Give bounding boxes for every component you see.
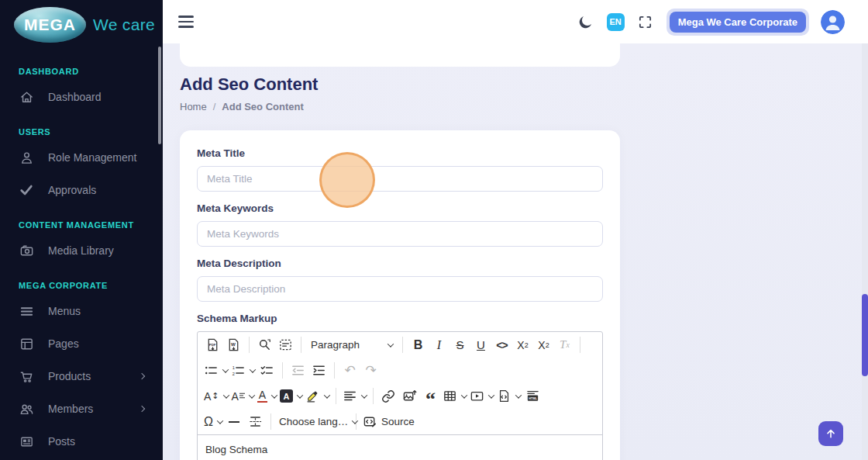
code-block-icon: [497, 389, 512, 403]
page-scrollbar-thumb[interactable]: [862, 294, 868, 376]
link-button[interactable]: [378, 386, 399, 406]
sidebar: MEGA We care DASHBOARD Dashboard USERS: [0, 0, 163, 460]
editor-paragraph: Blog Schema: [205, 444, 594, 455]
section-title-content-management: CONTENT MANAGEMENT: [0, 214, 163, 234]
logo-tagline: We care: [93, 16, 155, 34]
page-break-button[interactable]: [245, 411, 266, 432]
sidebar-item-posts[interactable]: Posts: [0, 425, 163, 458]
sidebar-item-menus[interactable]: Menus: [0, 295, 163, 327]
remove-format-button[interactable]: Tx: [554, 334, 575, 355]
export-word-icon: W: [226, 337, 241, 352]
underline-button[interactable]: U: [470, 334, 491, 355]
chevron-down-icon: [352, 417, 358, 424]
image-upload-icon: [402, 389, 417, 403]
language-dropdown[interactable]: Choose lang…: [276, 411, 351, 432]
sidebar-item-media-library[interactable]: Media Library: [0, 234, 163, 267]
schema-markup-label: Schema Markup: [197, 313, 603, 324]
paragraph-dropdown[interactable]: Paragraph: [306, 334, 398, 355]
user-avatar[interactable]: [821, 10, 845, 34]
main-area: EN Mega We Care Corporate Add Seo Conten…: [163, 0, 868, 460]
code-button[interactable]: <>: [491, 334, 512, 355]
code-block-button[interactable]: [495, 386, 522, 406]
chevron-down-icon: [388, 341, 394, 347]
todo-list-button[interactable]: [257, 360, 277, 381]
block-quote-button[interactable]: “: [420, 386, 441, 406]
sidebar-scrollbar-thumb[interactable]: [158, 47, 161, 144]
indent-button[interactable]: [308, 360, 329, 381]
numbered-list-button[interactable]: 12: [229, 360, 257, 381]
sidebar-item-members[interactable]: Members: [0, 393, 163, 425]
fullscreen-button[interactable]: [636, 12, 655, 31]
meta-description-input[interactable]: [197, 276, 603, 302]
bulleted-list-button[interactable]: [202, 360, 229, 381]
chevron-down-icon: [361, 392, 367, 398]
editor-toolbar-row-1: PDF W Paragr: [198, 332, 602, 358]
workspace-button[interactable]: Mega We Care Corporate: [670, 12, 806, 33]
font-color-button[interactable]: A: [256, 386, 278, 406]
font-background-button[interactable]: A: [278, 386, 304, 406]
sidebar-toggle-button[interactable]: [178, 16, 194, 28]
editor-toolbar-row-4: Ω Choose lang…: [198, 409, 602, 434]
highlight-button[interactable]: [304, 386, 331, 406]
source-button[interactable]: Source: [361, 411, 416, 432]
sidebar-item-pages[interactable]: Pages: [0, 327, 163, 360]
insert-image-button[interactable]: [399, 386, 420, 406]
page-scrollbar-track[interactable]: [862, 43, 868, 460]
breadcrumb-separator: /: [213, 101, 216, 112]
superscript-button[interactable]: X2: [533, 334, 554, 355]
meta-keywords-input[interactable]: [197, 221, 603, 247]
bold-button[interactable]: B: [408, 334, 429, 355]
select-all-button[interactable]: [275, 334, 296, 355]
dark-mode-toggle[interactable]: [577, 12, 595, 31]
export-pdf-icon: PDF: [205, 337, 220, 352]
brand-logo[interactable]: MEGA We care: [0, 0, 163, 50]
highlight-pen-icon: [305, 389, 320, 403]
svg-text:1: 1: [232, 365, 235, 370]
outdent-button[interactable]: [288, 360, 308, 381]
sidebar-item-role-management[interactable]: Role Management: [0, 141, 163, 174]
font-family-lines-icon: [239, 393, 245, 399]
font-family-button[interactable]: A: [230, 386, 256, 406]
content-area: Add Seo Content Home / Add Seo Content M…: [163, 43, 868, 460]
horizontal-line-button[interactable]: [224, 411, 245, 432]
find-replace-button[interactable]: [254, 334, 275, 355]
redo-button[interactable]: ↷: [360, 360, 381, 381]
strikethrough-button[interactable]: S: [450, 334, 470, 355]
language-badge[interactable]: EN: [607, 13, 625, 31]
rich-text-editor: PDF W Paragr: [197, 331, 603, 460]
special-characters-button[interactable]: Ω: [202, 411, 224, 432]
posts-icon: [19, 434, 34, 449]
html-embed-button[interactable]: HTML: [522, 386, 543, 406]
sidebar-item-dashboard[interactable]: Dashboard: [0, 81, 163, 113]
mega-logo-oval: MEGA: [14, 7, 86, 43]
undo-button[interactable]: ↶: [339, 360, 360, 381]
editor-content[interactable]: Blog Schema: [198, 434, 602, 460]
export-pdf-button[interactable]: PDF: [202, 334, 223, 355]
select-all-icon: [278, 337, 293, 352]
italic-button[interactable]: I: [429, 334, 450, 355]
media-embed-button[interactable]: [468, 386, 495, 406]
sidebar-item-approvals[interactable]: Approvals: [0, 174, 163, 206]
source-button-label: Source: [381, 416, 415, 427]
numbered-list-icon: 12: [231, 363, 246, 378]
sidebar-item-label: Posts: [48, 435, 144, 448]
editor-toolbar-row-2: 12 ↶: [198, 358, 602, 383]
chevron-down-icon: [217, 417, 223, 424]
sidebar-item-products[interactable]: Products: [0, 360, 163, 393]
insert-table-button[interactable]: [441, 386, 468, 406]
breadcrumb-home-link[interactable]: Home: [180, 101, 207, 112]
scroll-to-top-button[interactable]: [818, 421, 843, 446]
export-word-button[interactable]: W: [223, 334, 244, 355]
meta-description-label: Meta Description: [197, 258, 603, 269]
sidebar-item-label: Pages: [48, 337, 144, 350]
subscript-button[interactable]: X2: [512, 334, 533, 355]
seo-form-card: Meta Title Meta Keywords Meta Descriptio…: [180, 130, 620, 460]
person-icon: [821, 10, 845, 34]
outdent-icon: [291, 363, 305, 378]
scrolled-card-bottom: [180, 43, 620, 67]
alignment-button[interactable]: [341, 386, 368, 406]
font-size-button[interactable]: A↕: [202, 386, 230, 406]
meta-title-input[interactable]: [197, 166, 603, 192]
chevron-down-icon: [222, 366, 229, 372]
sidebar-nav: DASHBOARD Dashboard USERS Role Managemen…: [0, 50, 163, 458]
